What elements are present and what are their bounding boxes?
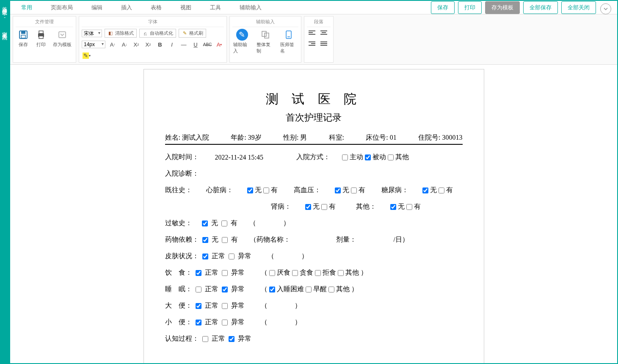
auto-format-button[interactable]: ⎌自动格式化 <box>139 29 176 38</box>
document-scroll[interactable]: 测 试 医 院 首次护理记录 姓名: 测试入院 年龄: 39岁 性别: 男 科室… <box>10 65 617 363</box>
align-right-button[interactable] <box>308 40 317 48</box>
doc-tab-close[interactable]: X <box>1 33 8 41</box>
group-file-title: 文件管理 <box>16 17 73 27</box>
diab-none-checkbox[interactable] <box>422 188 428 193</box>
save-all-button[interactable]: 全部保存 <box>523 1 558 14</box>
ribbon-save-button[interactable]: 保存 <box>17 29 30 48</box>
allergy-has-checkbox[interactable] <box>221 221 227 226</box>
tab-common[interactable]: 常用 <box>12 1 41 14</box>
italic-button[interactable]: I <box>167 40 177 49</box>
urine-abnormal-checkbox[interactable] <box>222 320 228 325</box>
patient-name: 测试入院 <box>182 134 209 141</box>
doc-tab-title: 首次护理记录 - 测试入院 <box>2 3 8 31</box>
cogn-normal-checkbox[interactable] <box>202 336 208 342</box>
patient-age: 39岁 <box>248 134 262 141</box>
cogn-abnormal-checkbox[interactable] <box>229 336 235 342</box>
other-none-checkbox[interactable] <box>390 204 396 210</box>
sleep-other-checkbox[interactable] <box>328 287 334 292</box>
svg-rect-9 <box>286 31 291 39</box>
format-brush-button[interactable]: ✎格式刷 <box>179 29 206 38</box>
tab-view[interactable]: 视图 <box>171 1 201 14</box>
skin-abnormal-checkbox[interactable] <box>229 254 235 259</box>
eraser-icon: ◧ <box>108 30 113 36</box>
other-has-checkbox[interactable] <box>406 204 412 210</box>
kidney-has-checkbox[interactable] <box>321 204 327 210</box>
save-icon <box>17 29 29 41</box>
copy-all-button[interactable]: 整体复制 <box>256 29 275 54</box>
document-page: 测 试 医 院 首次护理记录 姓名: 测试入院 年龄: 39岁 性别: 男 科室… <box>143 69 484 363</box>
save-button[interactable]: 保存 <box>431 1 455 14</box>
print-button[interactable]: 打印 <box>458 1 482 14</box>
sleep-normal-checkbox[interactable] <box>196 287 201 292</box>
mode-other-checkbox[interactable] <box>388 154 394 160</box>
stool-abnormal-checkbox[interactable] <box>222 303 228 309</box>
aux-input-button[interactable]: ✎ 辅助输入 <box>232 29 251 54</box>
hyper-has-checkbox[interactable] <box>351 188 357 193</box>
font-family-select[interactable]: 宋体 <box>82 30 102 37</box>
font-shrink-button[interactable]: A↓ <box>120 40 129 49</box>
align-justify-button[interactable] <box>320 40 329 48</box>
hyper-none-checkbox[interactable] <box>335 188 341 193</box>
tab-edit[interactable]: 编辑 <box>82 1 112 14</box>
tab-layout[interactable]: 页面布局 <box>41 1 82 14</box>
stool-normal-checkbox[interactable] <box>196 303 201 309</box>
close-all-button[interactable]: 全部关闭 <box>561 1 596 14</box>
align-center-button[interactable] <box>320 29 329 37</box>
diet-anorexia-checkbox[interactable] <box>269 270 275 276</box>
drug-has-checkbox[interactable] <box>222 237 228 243</box>
admission-no: 300013 <box>442 134 462 141</box>
allergy-none-checkbox[interactable] <box>202 221 208 226</box>
clear-format-button[interactable]: ◧清除格式 <box>105 29 137 38</box>
hr-button[interactable]: — <box>179 40 188 49</box>
drug-none-checkbox[interactable] <box>202 237 208 243</box>
svg-rect-5 <box>39 36 43 39</box>
mode-passive-checkbox[interactable] <box>365 154 371 160</box>
doctor-sign-button[interactable]: 医师签名 <box>279 29 298 54</box>
collapse-ribbon-icon[interactable] <box>600 3 611 14</box>
menu-tabs: 常用 页面布局 编辑 插入 表格 视图 工具 辅助输入 <box>10 1 271 14</box>
group-aux: 辅助输入 ✎ 辅助输入 整体复制 <box>229 16 301 63</box>
mode-active-checkbox[interactable] <box>342 154 348 160</box>
subscript-button[interactable]: X2 <box>143 40 153 49</box>
font-color-button[interactable]: A▾ <box>215 40 224 49</box>
save-template-button[interactable]: 存为模板 <box>485 1 520 14</box>
auto-format-icon: ⎌ <box>142 30 148 36</box>
ribbon-print-button[interactable]: 打印 <box>34 29 48 48</box>
font-grow-button[interactable]: A↑ <box>108 40 117 49</box>
underline-button[interactable]: U <box>191 40 200 49</box>
diet-glut-checkbox[interactable] <box>292 270 298 276</box>
svg-rect-4 <box>39 31 43 33</box>
urine-normal-checkbox[interactable] <box>196 320 201 325</box>
highlight-button[interactable]: ✎▾ <box>82 51 91 60</box>
diet-refuse-checkbox[interactable] <box>315 270 321 276</box>
ribbon-template-button[interactable]: 存为模板 <box>52 29 72 48</box>
diet-abnormal-checkbox[interactable] <box>222 270 228 276</box>
strike-button[interactable]: ABC <box>203 40 212 49</box>
tab-table[interactable]: 表格 <box>141 1 171 14</box>
sign-icon <box>283 29 295 41</box>
skin-normal-checkbox[interactable] <box>202 254 208 259</box>
diab-has-checkbox[interactable] <box>439 188 444 193</box>
sleep-early-checkbox[interactable] <box>306 287 312 292</box>
diet-normal-checkbox[interactable] <box>196 270 201 276</box>
sleep-abnormal-checkbox[interactable] <box>222 287 228 292</box>
kidney-none-checkbox[interactable] <box>305 204 311 210</box>
group-font: 字体 宋体 ◧清除格式 ⎌自动格式化 ✎格式刷 14px A↑ A↓ X2 X2 <box>79 16 227 63</box>
group-file: 文件管理 保存 打印 <box>13 16 76 63</box>
group-para-title: 段落 <box>307 17 331 27</box>
bold-button[interactable]: B <box>155 40 165 49</box>
heart-none-checkbox[interactable] <box>247 188 253 193</box>
tab-aux[interactable]: 辅助输入 <box>230 1 271 14</box>
tab-insert[interactable]: 插入 <box>112 1 141 14</box>
doc-tab[interactable]: 首次护理记录 - 测试入院 X <box>0 0 9 364</box>
aux-input-icon: ✎ <box>236 29 248 41</box>
sleep-hard-checkbox[interactable] <box>269 287 275 292</box>
align-left-button[interactable] <box>308 29 317 37</box>
heart-has-checkbox[interactable] <box>263 188 269 193</box>
bed-no: 01 <box>390 134 397 141</box>
svg-rect-1 <box>21 31 25 34</box>
font-size-select[interactable]: 14px <box>82 41 105 48</box>
tab-tools[interactable]: 工具 <box>201 1 230 14</box>
diet-other-checkbox[interactable] <box>338 270 344 276</box>
superscript-button[interactable]: X2 <box>132 40 141 49</box>
